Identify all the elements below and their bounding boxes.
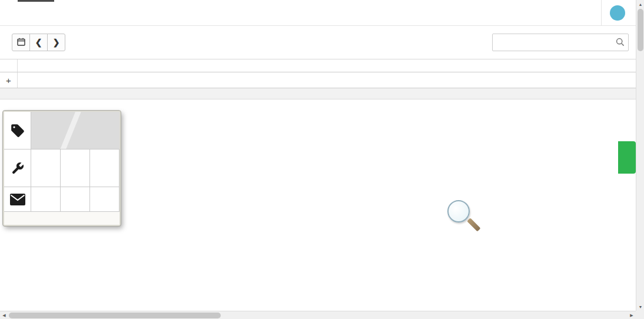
magnifier-lens (447, 200, 470, 222)
month-gutter (0, 59, 18, 72)
calendar-bottom-filler (0, 88, 636, 99)
loading-strip (18, 0, 54, 2)
price-tag-icon (4, 112, 31, 149)
horizontal-scroll-thumb[interactable] (9, 313, 221, 318)
next-period-button[interactable]: ❯ (47, 34, 65, 51)
prev-period-button[interactable]: ❮ (29, 34, 48, 51)
calendar-toolbar: ❮ ❯ (0, 26, 644, 59)
search-box (492, 34, 629, 51)
date-nav-group: ❮ ❯ (12, 34, 65, 51)
popup-tasks-row (4, 149, 119, 187)
scrollbar-corner (636, 311, 644, 319)
user-menu[interactable] (601, 0, 630, 25)
magnifier-handle (467, 218, 480, 231)
popup-rate-cells (31, 112, 119, 149)
month-header-row (0, 59, 636, 72)
search-icon (616, 38, 625, 49)
day-header-row: + (0, 72, 636, 88)
date-picker-button[interactable] (12, 34, 30, 51)
popup-task-cells (31, 149, 119, 187)
horizontal-scrollbar[interactable]: ◀ ▶ (0, 311, 636, 319)
calendar-grid: + (0, 59, 636, 99)
popup-message-cells (31, 187, 119, 211)
help-button[interactable] (618, 141, 636, 174)
vertical-scrollbar[interactable]: ▲ ▼ (636, 0, 644, 311)
popup-messages-row (4, 187, 119, 212)
top-navbar (0, 0, 644, 26)
scroll-down-arrow[interactable]: ▼ (636, 303, 644, 311)
chevron-left-icon: ❮ (35, 38, 42, 47)
popup-rates-row (4, 112, 119, 149)
add-property-button[interactable]: + (6, 75, 11, 85)
avatar (610, 5, 625, 21)
rate-separator (59, 112, 82, 149)
calendar-icon (17, 38, 25, 48)
vertical-scroll-thumb[interactable] (638, 9, 643, 51)
popup-property-name (4, 212, 119, 225)
magnifier-preview-popup (3, 111, 121, 226)
search-input[interactable] (492, 34, 629, 51)
magnifier-cursor (447, 200, 470, 222)
scroll-right-arrow[interactable]: ▶ (628, 311, 636, 319)
wrench-icon (4, 149, 31, 187)
scroll-left-arrow[interactable]: ◀ (0, 311, 8, 319)
chevron-right-icon: ❯ (53, 38, 60, 47)
vreasy-calendar-app: ❮ ❯ + (0, 0, 644, 319)
scroll-up-arrow[interactable]: ▲ (636, 0, 644, 8)
envelope-icon (4, 187, 31, 211)
day-gutter: + (0, 72, 18, 88)
